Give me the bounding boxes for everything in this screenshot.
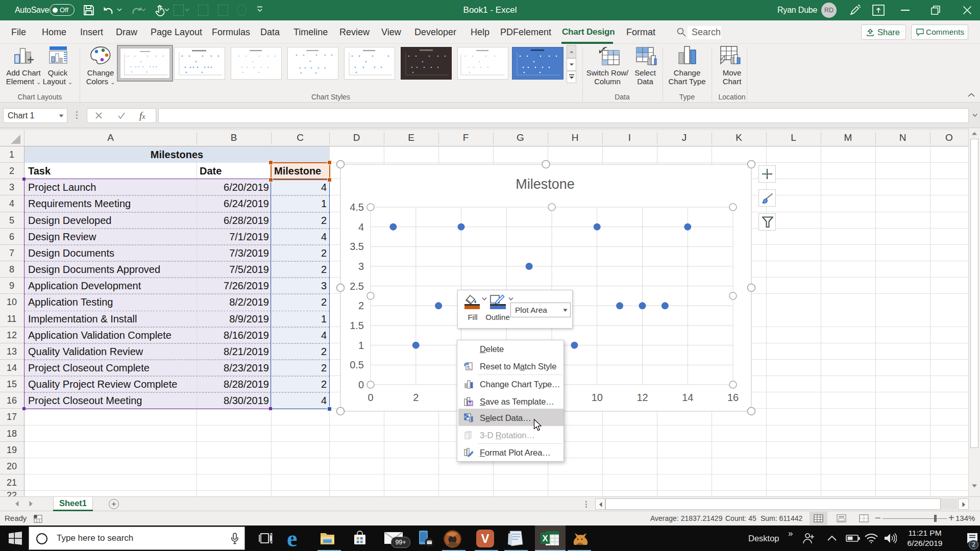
svg-text:2: 2	[413, 392, 419, 403]
svg-text:12: 12	[636, 392, 648, 403]
svg-text:16: 16	[727, 392, 739, 403]
svg-text:2: 2	[358, 300, 364, 311]
svg-text:0: 0	[358, 379, 364, 390]
svg-text:14: 14	[682, 392, 693, 403]
svg-text:0.5: 0.5	[350, 359, 364, 370]
svg-text:1.5: 1.5	[350, 320, 364, 331]
svg-text:3: 3	[358, 261, 364, 272]
svg-text:Milestone: Milestone	[516, 177, 575, 192]
svg-text:4: 4	[358, 221, 364, 233]
svg-text:10: 10	[592, 392, 603, 403]
svg-text:3.5: 3.5	[350, 241, 364, 252]
svg-text:2.5: 2.5	[350, 281, 364, 292]
svg-text:X: X	[543, 534, 548, 543]
svg-text:1: 1	[358, 340, 364, 351]
svg-text:0: 0	[368, 392, 373, 403]
svg-text:4.5: 4.5	[350, 202, 364, 213]
